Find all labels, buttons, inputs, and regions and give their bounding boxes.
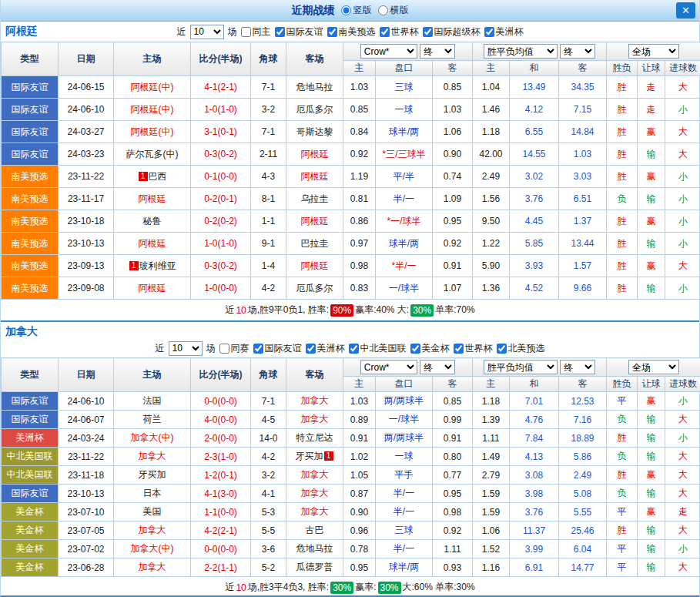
scope-select[interactable]: 全场	[628, 360, 679, 374]
match-date: 24-03-27	[59, 121, 114, 143]
filter-checkbox-input[interactable]	[306, 344, 316, 354]
result-goals: 大	[665, 522, 700, 540]
filter-checkbox[interactable]: 世界杯	[380, 25, 419, 39]
col-header-away: 客场	[286, 42, 343, 76]
filter-checkbox-input[interactable]	[349, 344, 359, 354]
horizontal-radio[interactable]	[378, 5, 388, 15]
odds-away: 1.11	[433, 540, 473, 558]
recent-count-select[interactable]: 10	[169, 341, 203, 356]
avg-type-select[interactable]: 胜平负均值	[484, 360, 558, 374]
handicap: 一/球半	[376, 277, 433, 300]
avg-draw: 7.84	[510, 429, 559, 448]
scope-select[interactable]: 全场	[628, 44, 679, 59]
filter-checkbox[interactable]: 世界杯	[454, 342, 493, 355]
odds-home: 0.85	[343, 99, 376, 121]
team-name-text: 厄瓜多尔	[296, 104, 333, 115]
filter-checkbox[interactable]: 同赛	[219, 342, 250, 355]
match-date: 23-07-02	[59, 540, 114, 558]
result-goals: 小	[665, 277, 700, 300]
home-team: 阿根廷	[114, 277, 191, 300]
match-row: 南美预选23-09-08阿根廷1-0(0-0)4-2厄瓜多尔0.83一/球半1.…	[2, 277, 700, 300]
filter-checkbox-input[interactable]	[241, 27, 251, 37]
team-name-text: 阿根廷(中)	[131, 104, 174, 115]
match-row: 国际友谊23-10-13日本4-1(3-0)4-1加拿大0.87半/一0.951…	[2, 485, 700, 503]
filter-checkbox[interactable]: 中北美国联	[349, 342, 407, 355]
odds-away: 0.99	[433, 411, 473, 429]
avg-time-select[interactable]: 终	[560, 360, 595, 374]
avg-home: 1.52	[473, 540, 510, 558]
filter-checkbox[interactable]: 美洲杯	[306, 342, 345, 355]
away-team: 阿根廷	[286, 255, 343, 277]
vertical-radio-label: 竖版	[353, 4, 372, 17]
close-button[interactable]: ✕	[676, 2, 695, 18]
score: 0-0(0-0)	[191, 392, 251, 411]
away-team: 厄瓜多尔	[286, 277, 343, 300]
odds-time-select[interactable]: 终	[420, 44, 455, 59]
score: 0-2(0-2)	[191, 210, 251, 233]
vertical-radio[interactable]	[341, 5, 351, 15]
filter-checkbox-input[interactable]	[497, 344, 507, 354]
filter-checkbox[interactable]: 南美预选	[327, 25, 376, 39]
home-team: 阿根廷(中)	[114, 121, 191, 143]
layout-option-vertical[interactable]: 竖版	[341, 4, 372, 17]
handicap: 半/一	[376, 540, 433, 558]
layout-option-horizontal[interactable]: 横版	[378, 4, 409, 17]
sub-col-goals-result: 进球数	[665, 61, 700, 76]
filter-checkbox-input[interactable]	[454, 344, 464, 354]
horizontal-radio-label: 横版	[390, 4, 409, 17]
avg-home: 1.18	[473, 392, 510, 411]
home-team: 萨尔瓦多(中)	[114, 143, 191, 166]
away-team: 加拿大	[286, 466, 343, 485]
team-name-text: 危地马拉	[296, 543, 333, 554]
filter-checkbox-input[interactable]	[410, 344, 420, 354]
odds-home: 0.78	[343, 540, 376, 558]
filter-checkbox-input[interactable]	[484, 27, 494, 37]
window-title: 近期战绩	[292, 4, 335, 18]
odds-time-select[interactable]: 终	[420, 360, 455, 374]
avg-draw: 3.02	[510, 166, 559, 188]
odds-company-select[interactable]: Crow*	[360, 44, 417, 59]
filter-checkbox[interactable]: 国际超级杯	[423, 25, 481, 39]
result-wdl: 胜	[607, 121, 638, 143]
match-row: 国际友谊24-06-15阿根廷(中)4-1(2-1)7-1危地马拉1.03三球0…	[2, 76, 700, 99]
away-team: 厄瓜多尔	[286, 99, 343, 121]
match-type: 国际友谊	[2, 76, 59, 99]
sub-col-handicap-result: 让球	[638, 61, 665, 76]
team-name-text: 巴拉圭	[301, 238, 329, 249]
filter-checkbox[interactable]: 国际友谊	[275, 25, 323, 39]
match-date: 23-10-13	[59, 485, 114, 503]
match-type: 美金杯	[2, 540, 59, 558]
avg-time-select[interactable]: 终	[560, 44, 595, 59]
filter-checkbox-input[interactable]	[219, 344, 229, 354]
filter-checkbox[interactable]: 美金杯	[410, 342, 450, 355]
score: 0-2(0-1)	[191, 188, 251, 210]
odds-company-select[interactable]: Crow*	[360, 360, 417, 374]
filter-checkbox-input[interactable]	[423, 27, 433, 37]
result-wdl: 胜	[607, 255, 638, 277]
filter-checkbox[interactable]: 国际友谊	[253, 342, 302, 355]
filter-checkbox-input[interactable]	[275, 27, 285, 37]
filter-checkbox-input[interactable]	[380, 27, 390, 37]
match-row: 国际友谊24-06-10法国0-0(0-0)7-1加拿大1.03两/两球半0.8…	[2, 392, 700, 411]
filter-checkbox-input[interactable]	[327, 27, 337, 37]
team-name-text: 阿根廷	[139, 283, 166, 293]
team-name-text: 加拿大	[301, 506, 329, 517]
team-name: 阿根廷	[5, 25, 38, 39]
match-date: 24-06-10	[59, 99, 114, 121]
col-header-date: 日期	[59, 42, 114, 76]
filter-checkbox[interactable]: 同主	[241, 25, 271, 39]
team-name-text: 加拿大(中)	[131, 432, 174, 443]
match-date: 23-11-18	[59, 466, 114, 485]
result-goals: 大	[665, 411, 700, 429]
filter-checkbox-input[interactable]	[253, 344, 263, 354]
filter-checkbox-label: 国际友谊	[265, 342, 302, 355]
filter-checkbox[interactable]: 美洲杯	[484, 25, 524, 39]
recent-count-select[interactable]: 10	[190, 25, 224, 39]
filter-checkbox[interactable]: 北美预选	[497, 342, 545, 355]
avg-type-select[interactable]: 胜平负均值	[484, 44, 558, 59]
top-bar: 近期战绩 竖版 横版 ✕	[1, 0, 699, 22]
odds-home: 1.03	[343, 76, 376, 99]
summary-text: 近	[225, 581, 234, 594]
home-team: 阿根廷	[114, 233, 191, 255]
avg-home: 1.59	[473, 503, 510, 522]
